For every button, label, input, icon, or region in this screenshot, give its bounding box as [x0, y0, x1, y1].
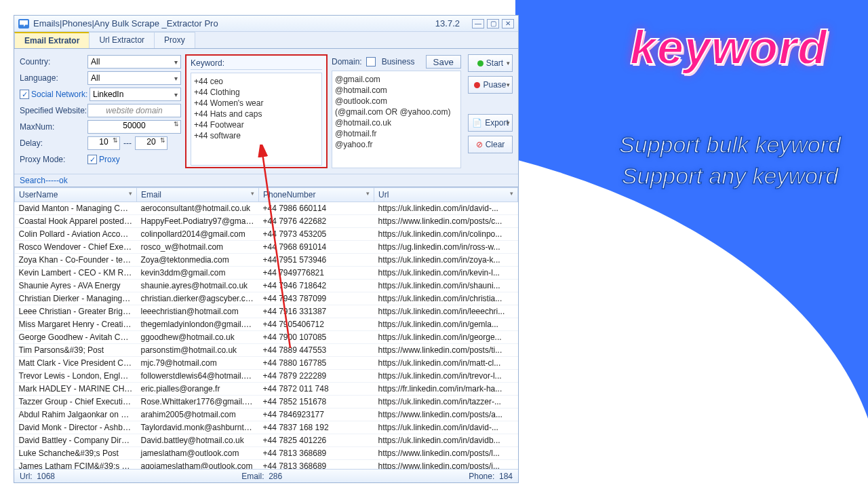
table-row[interactable]: Kevin Lambert - CEO - KM Renew...kevin3d…	[15, 267, 518, 280]
table-row[interactable]: Trevor Lewis - London, England, U...foll…	[15, 370, 518, 383]
clear-icon: ⊘	[476, 140, 483, 149]
export-icon: 📄	[472, 118, 482, 128]
table-row[interactable]: James Latham FCIM&#39;s Post -...agojame…	[15, 460, 518, 470]
promo-headline: keyword	[630, 20, 827, 75]
table-row[interactable]: David Manton - Managing Consu...aerocons…	[15, 202, 518, 215]
social-network-label: Social Network:	[31, 90, 90, 99]
language-select[interactable]: All	[87, 71, 181, 85]
table-row[interactable]: Shaunie Ayres - AVA Energyshaunie.ayres@…	[15, 280, 518, 292]
proxy-label: Proxy	[99, 155, 120, 164]
version-label: 13.7.2	[435, 18, 460, 28]
table-row[interactable]: Colin Pollard - Aviation Account ...coli…	[15, 228, 518, 241]
table-row[interactable]: Christian Dierker - Managing Dire...chri…	[15, 292, 518, 305]
table-row[interactable]: Tazzer Group - Chief Executive Off...Ros…	[15, 396, 518, 408]
business-label: Business	[382, 57, 415, 66]
maxnum-input[interactable]: 50000	[87, 120, 181, 134]
column-header[interactable]: Url	[374, 188, 518, 202]
maxnum-label: MaxNum:	[20, 122, 87, 132]
search-status: Search-----ok	[14, 174, 518, 187]
domain-textarea[interactable]: @gmail.com@hotmail.com@outlook.com(@gmai…	[332, 71, 461, 168]
table-row[interactable]: Tim Parsons&#39; Postparsonstim@hotmail.…	[15, 344, 518, 357]
app-window: Emails|Phones|Any Bulk Scrape _Extractor…	[14, 15, 519, 483]
table-row[interactable]: David Battley - Company Director...David…	[15, 434, 518, 447]
website-input[interactable]: website domain	[87, 104, 181, 117]
minimize-button[interactable]: —	[472, 19, 484, 28]
keyword-textarea[interactable]: +44 ceo+44 Clothing+44 Women's wear+44 H…	[191, 73, 322, 166]
column-header[interactable]: Email	[137, 188, 259, 202]
table-row[interactable]: Miss Margaret Henry - Creative Di...theg…	[15, 318, 518, 331]
table-row[interactable]: Zoya Khan - Co-Founder - tekton ...Zoya@…	[15, 254, 518, 267]
tab-email-extractor[interactable]: Email Extrator	[14, 32, 90, 48]
table-row[interactable]: George Goodhew - Avitah Capital...ggoodh…	[15, 331, 518, 344]
proxymode-label: Proxy Mode:	[20, 155, 87, 164]
tab-proxy[interactable]: Proxy	[154, 32, 195, 48]
table-row[interactable]: Mark HADLEY - MARINE CHIEF E...eric.pial…	[15, 383, 518, 396]
business-checkbox[interactable]	[366, 57, 376, 66]
keyword-header: Keyword:	[191, 58, 322, 70]
statusbar: Url: 1068 Email: 286 Phone: 184	[14, 469, 518, 482]
maximize-button[interactable]: ▢	[487, 19, 499, 28]
language-label: Language:	[20, 73, 87, 83]
column-header[interactable]: UserName	[15, 188, 137, 202]
table-row[interactable]: Leee Christian - Greater Brighton ...lee…	[15, 305, 518, 318]
export-button[interactable]: 📄Export	[468, 114, 513, 132]
app-icon	[18, 19, 29, 28]
social-network-select[interactable]: LinkedIn	[90, 88, 181, 101]
website-label: Specified Website:	[20, 106, 87, 115]
table-row[interactable]: David Monk - Director - Ashburn ...Taylo…	[15, 421, 518, 434]
table-row[interactable]: Luke Schanche&#39;s Postjameslatham@outl…	[15, 447, 518, 460]
column-header[interactable]: PhoneNumber	[259, 188, 374, 202]
save-button[interactable]: Save	[426, 55, 461, 69]
titlebar: Emails|Phones|Any Bulk Scrape _Extractor…	[14, 16, 518, 32]
keyword-panel: Keyword: +44 ceo+44 Clothing+44 Women's …	[185, 54, 328, 168]
table-row[interactable]: Matt Clark - Vice President Comm...mjc.7…	[15, 357, 518, 370]
social-network-checkbox[interactable]: ✓	[20, 90, 29, 99]
config-panel: Country: All Language: All ✓ Social Netw…	[14, 49, 518, 174]
country-label: Country:	[20, 57, 87, 66]
promo-subtext: Support bulk keyword Support any keyword	[619, 129, 841, 191]
window-title: Emails|Phones|Any Bulk Scrape _Extractor…	[33, 18, 218, 28]
proxy-checkbox[interactable]: ✓	[87, 155, 97, 164]
table-row[interactable]: Coastal Hook Apparel posted on ...HappyF…	[15, 215, 518, 228]
close-button[interactable]: ✕	[502, 19, 514, 28]
domain-label: Domain:	[332, 57, 362, 66]
table-row[interactable]: Rosco Wendover - Chief Executive...rosco…	[15, 241, 518, 254]
clear-button[interactable]: ⊘Clear	[468, 136, 513, 153]
pause-button[interactable]: Puase	[468, 76, 513, 94]
table-row[interactable]: Abdul Rahim Jalgaonkar on Linke...arahim…	[15, 408, 518, 421]
country-select[interactable]: All	[87, 55, 181, 69]
results-grid[interactable]: UserNameEmailPhoneNumberUrl David Manton…	[14, 187, 518, 469]
delay-to-input[interactable]: 20	[135, 136, 167, 150]
delay-label: Delay:	[20, 138, 87, 148]
delay-from-input[interactable]: 10	[87, 136, 120, 150]
tab-url-extractor[interactable]: Url Extractor	[89, 32, 155, 48]
start-button[interactable]: Start	[468, 54, 513, 72]
tabs: Email Extrator Url Extractor Proxy	[14, 32, 518, 49]
